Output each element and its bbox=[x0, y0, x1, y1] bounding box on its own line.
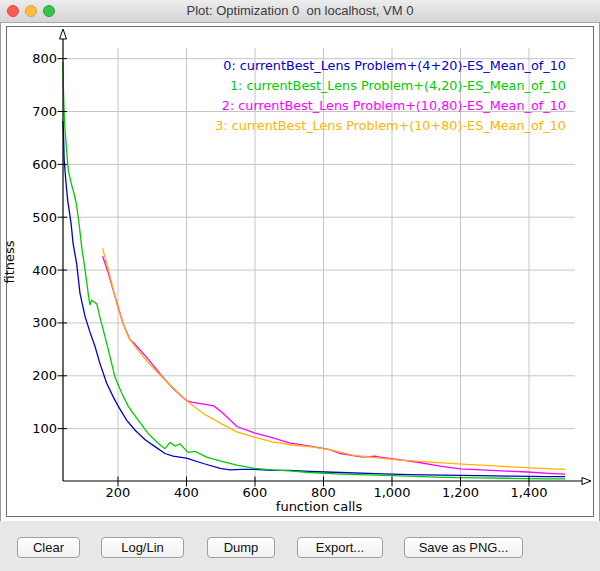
export-button[interactable]: Export... bbox=[297, 537, 383, 558]
plot-window: Plot: Optimization 0 on localhost, VM 0 … bbox=[0, 0, 600, 571]
clear-button[interactable]: Clear bbox=[17, 537, 80, 558]
log-lin-button[interactable]: Log/Lin bbox=[101, 537, 184, 558]
dump-button[interactable]: Dump bbox=[207, 537, 275, 558]
button-bar: Clear Log/Lin Dump Export... Save as PNG… bbox=[0, 521, 600, 571]
title-bar: Plot: Optimization 0 on localhost, VM 0 bbox=[0, 0, 600, 23]
window-title: Plot: Optimization 0 on localhost, VM 0 bbox=[0, 0, 600, 22]
plot-panel bbox=[6, 26, 594, 517]
save-as-png-button[interactable]: Save as PNG... bbox=[404, 537, 523, 558]
